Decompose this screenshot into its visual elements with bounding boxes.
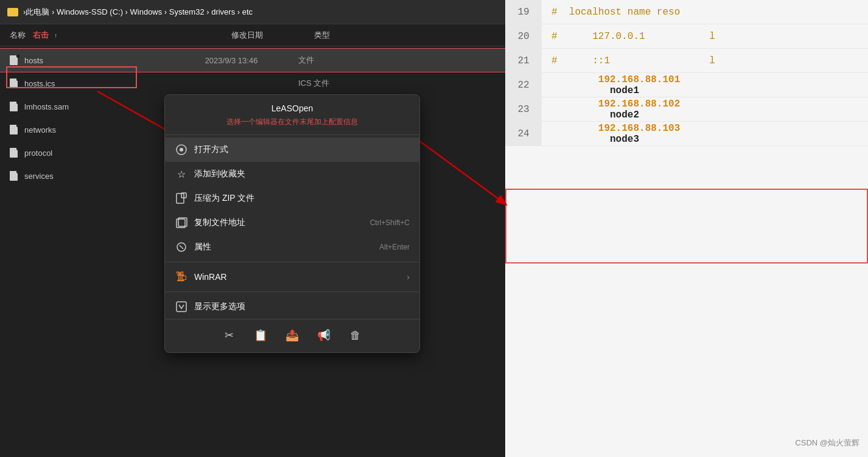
col-date-header[interactable]: 修改日期 xyxy=(180,30,314,41)
delete-icon[interactable]: 🗑 xyxy=(347,327,364,344)
open-with-icon xyxy=(175,143,188,156)
editor-line-19: 19 # localhost name reso xyxy=(505,0,868,24)
watermark: CSDN @灿火萤辉 xyxy=(795,438,859,448)
properties-icon xyxy=(175,240,188,254)
winrar-icon: 🗜 xyxy=(175,270,188,284)
file-item-hosts-ics[interactable]: hosts.ics ICS 文件 xyxy=(0,72,505,95)
file-icon-networks xyxy=(10,124,19,135)
file-name-hosts-ics: hosts.ics xyxy=(24,79,164,88)
favorite-icon: ☆ xyxy=(175,167,188,181)
file-name-protocol: protocol xyxy=(24,148,164,158)
file-name-lmhosts: lmhosts.sam xyxy=(24,102,164,111)
cut-icon[interactable]: ✂ xyxy=(220,327,237,344)
editor-line-24: 24 192.168.88.103 node3 xyxy=(505,122,868,146)
menu-bottom-toolbar: ✂ 📋 📤 📢 🗑 xyxy=(165,319,419,349)
copy-path-shortcut: Ctrl+Shift+C xyxy=(370,218,410,227)
ip-24: 192.168.88.103 xyxy=(598,123,680,134)
menu-item-more-options[interactable]: 显示更多选项 xyxy=(165,295,419,319)
open-with-label: 打开方式 xyxy=(194,144,410,155)
ip-23: 192.168.88.102 xyxy=(598,99,680,110)
properties-label: 属性 xyxy=(194,242,379,253)
menu-item-properties[interactable]: 属性 Alt+Enter xyxy=(165,235,419,259)
line-num-19: 19 xyxy=(505,0,542,24)
file-type-hosts: 文件 xyxy=(298,55,390,66)
winrar-arrow: › xyxy=(407,272,410,282)
svg-line-9 xyxy=(181,247,183,249)
svg-point-2 xyxy=(180,148,183,152)
ip-22: 192.168.88.101 xyxy=(598,74,680,85)
column-headers: 名称 右击 ↑ 修改日期 类型 xyxy=(0,24,505,46)
menu-divider-bot xyxy=(165,291,419,292)
zip-label: 压缩为 ZIP 文件 xyxy=(194,193,410,204)
file-icon-hosts-ics xyxy=(10,78,19,89)
file-name-hosts: hosts xyxy=(24,56,164,65)
folder-icon xyxy=(7,8,18,16)
menu-item-open-with[interactable]: 打开方式 xyxy=(165,138,419,162)
menu-divider-mid xyxy=(165,262,419,262)
line-content-20: # 127.0.0.1 l xyxy=(542,31,725,42)
file-date-hosts: 2023/9/3 13:46 xyxy=(164,56,298,65)
paste-icon[interactable]: 📤 xyxy=(284,327,301,344)
winrar-label: WinRAR xyxy=(194,272,402,282)
svg-rect-10 xyxy=(177,302,186,312)
menu-item-copy-path[interactable]: 复制文件地址 Ctrl+Shift+C xyxy=(165,211,419,235)
share-icon[interactable]: 📢 xyxy=(315,327,332,344)
file-name-services: services xyxy=(24,172,164,181)
menu-subtitle: 选择一个编辑器在文件末尾加上配置信息 xyxy=(165,116,419,132)
line-num-23: 23 xyxy=(505,97,542,121)
favorite-label: 添加到收藏夹 xyxy=(194,169,410,180)
editor-content: 19 # localhost name reso 20 # 127.0.0.1 … xyxy=(505,0,868,457)
breadcrumb: › 此电脑 › Windows-SSD (C:) › Windows › Sys… xyxy=(0,0,505,24)
properties-shortcut: Alt+Enter xyxy=(379,243,410,251)
file-icon-protocol xyxy=(10,147,19,158)
col-type-header[interactable]: 类型 xyxy=(314,30,405,41)
file-icon-hosts xyxy=(10,55,19,66)
node-24: node3 xyxy=(598,134,639,145)
svg-line-8 xyxy=(180,245,181,247)
copy-icon[interactable]: 📋 xyxy=(252,327,269,344)
line-num-22: 22 xyxy=(505,73,542,97)
line-content-19: # localhost name reso xyxy=(542,7,690,18)
copy-path-icon xyxy=(175,216,188,229)
file-name-networks: networks xyxy=(24,125,164,134)
menu-item-zip[interactable]: 压缩为 ZIP 文件 xyxy=(165,186,419,211)
menu-header: LeASOpen xyxy=(165,99,419,116)
more-options-icon xyxy=(175,300,188,313)
svg-rect-3 xyxy=(177,194,184,203)
line-num-24: 24 xyxy=(505,122,542,145)
editor-panel: 19 # localhost name reso 20 # 127.0.0.1 … xyxy=(505,0,868,457)
col-name-header[interactable]: 名称 右击 ↑ xyxy=(10,30,180,41)
menu-item-favorite[interactable]: ☆ 添加到收藏夹 xyxy=(165,162,419,186)
more-options-label: 显示更多选项 xyxy=(194,301,410,312)
breadcrumb-path: 此电脑 › Windows-SSD (C:) › Windows › Syste… xyxy=(26,7,253,18)
file-icon-services xyxy=(10,170,19,181)
editor-line-20: 20 # 127.0.0.1 l xyxy=(505,24,868,49)
file-icon-lmhosts xyxy=(10,101,19,112)
file-type-hosts-ics: ICS 文件 xyxy=(298,78,390,89)
line-num-21: 21 xyxy=(505,49,542,72)
file-item-hosts[interactable]: hosts 2023/9/3 13:46 文件 xyxy=(0,49,505,72)
menu-divider-top xyxy=(165,134,419,135)
zip-icon xyxy=(175,192,188,205)
line-num-20: 20 xyxy=(505,24,542,48)
copy-path-label: 复制文件地址 xyxy=(194,217,370,228)
line-content-24: 192.168.88.103 node3 xyxy=(542,112,690,156)
context-menu: LeASOpen 选择一个编辑器在文件末尾加上配置信息 打开方式 ☆ 添加到收藏… xyxy=(164,94,420,353)
menu-item-winrar[interactable]: 🗜 WinRAR › xyxy=(165,265,419,289)
